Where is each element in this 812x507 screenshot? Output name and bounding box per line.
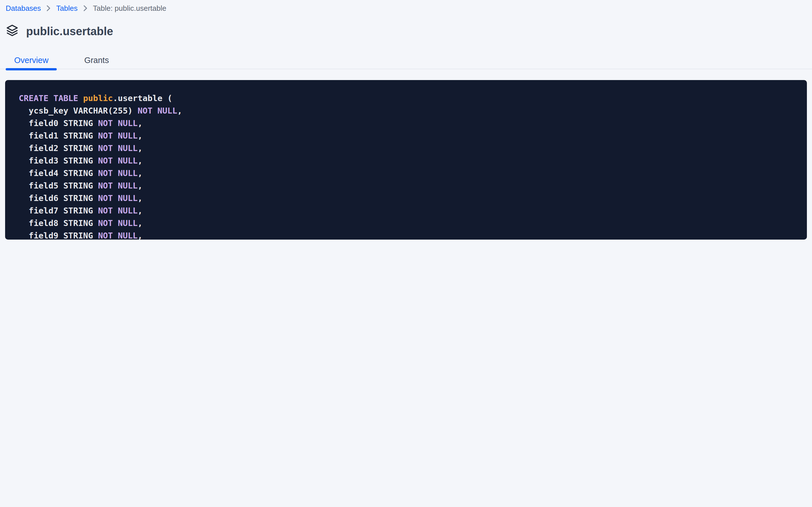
page-header: public.usertable bbox=[6, 24, 812, 38]
layers-icon bbox=[6, 23, 19, 39]
breadcrumb-link-databases[interactable]: Databases bbox=[6, 4, 41, 12]
chevron-right-icon bbox=[47, 5, 51, 11]
table-details-page: Databases Tables Table: public.usertable… bbox=[0, 0, 812, 253]
create-table-statement: CREATE TABLE public.usertable ( ycsb_key… bbox=[5, 80, 807, 240]
tab-grants[interactable]: Grants bbox=[76, 52, 117, 69]
breadcrumb-link-tables[interactable]: Tables bbox=[56, 4, 77, 12]
page-title: public.usertable bbox=[26, 25, 113, 38]
tab-overview[interactable]: Overview bbox=[6, 52, 57, 69]
chevron-right-icon bbox=[83, 5, 87, 11]
tab-bar: Overview Grants bbox=[0, 52, 812, 69]
breadcrumb-current: Table: public.usertable bbox=[93, 4, 166, 12]
breadcrumb: Databases Tables Table: public.usertable bbox=[0, 0, 812, 12]
